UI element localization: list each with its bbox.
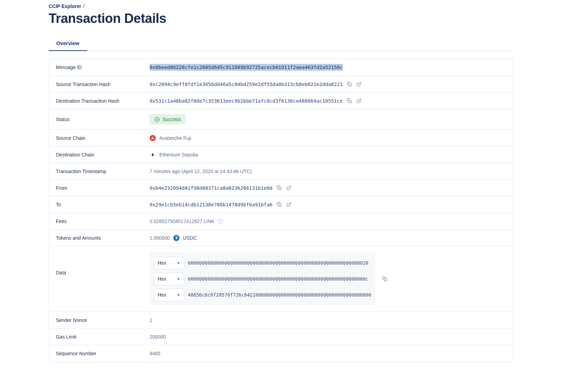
value-dest-tx-hash: 0x531c1a48ba82f8de7c353613eec9b2bbe71afc… xyxy=(150,98,506,104)
breadcrumb-separator: / xyxy=(83,3,85,9)
token-amount: 1.000000 xyxy=(150,235,170,241)
row-message-id: Message ID 0x0beed86228cfe1c2685d645c911… xyxy=(49,59,513,76)
label-message-id: Message ID xyxy=(56,65,150,70)
chevron-down-icon: ▼ xyxy=(177,261,181,265)
data-value-0: 0000000000000000000000000000000000000000… xyxy=(188,260,368,266)
dest-chain-text: Ethereum Sepolia xyxy=(159,152,198,157)
value-to: 0x29e1cb5eb14cdb12138e788b1478d9bf0a91bf… xyxy=(150,202,506,208)
value-nonce: 1 xyxy=(150,317,506,323)
tab-overview[interactable]: Overview xyxy=(49,36,87,51)
row-dest-chain: Destination Chain ♦ Ethereum Sepolia xyxy=(49,146,513,163)
label-status: Status xyxy=(56,117,150,122)
external-link-icon[interactable] xyxy=(356,98,362,104)
value-source-chain: Avalanche Fuji xyxy=(150,135,506,141)
check-circle-icon xyxy=(154,117,160,122)
copy-icon[interactable] xyxy=(276,185,282,191)
data-line-0: Hex ▼ 0000000000000000000000000000000000… xyxy=(154,257,371,269)
data-format-label: Hex xyxy=(158,260,166,266)
label-data: Data xyxy=(56,253,150,275)
data-format-select[interactable]: Hex ▼ xyxy=(154,289,184,301)
value-message-id: 0x0beed86228cfe1c2685d645c911689b92725ac… xyxy=(150,64,506,71)
data-line-2: Hex ▼ 48656c6c6f20576f726c64210000000000… xyxy=(154,289,371,301)
value-from: 0xb4e232094d41f98d88371ca8a8236266131b1e… xyxy=(150,185,506,191)
external-link-icon[interactable] xyxy=(286,202,292,208)
source-chain-text: Avalanche Fuji xyxy=(159,135,191,141)
svg-rect-2 xyxy=(349,100,351,103)
copy-icon[interactable] xyxy=(276,202,282,208)
page-title: Transaction Details xyxy=(49,11,513,26)
row-nonce: Sender Nonce 1 xyxy=(49,312,513,329)
dest-tx-hash-link[interactable]: 0x531c1a48ba82f8de7c353613eec9b2bbe71afc… xyxy=(150,98,343,104)
row-to: To 0x29e1cb5eb14cdb12138e788b1478d9bf0a9… xyxy=(49,196,513,213)
chevron-down-icon: ▼ xyxy=(177,293,181,297)
value-dest-chain: ♦ Ethereum Sepolia xyxy=(150,152,506,158)
data-value-2: 48656c6c6f20576f726c64210000000000000000… xyxy=(188,292,371,298)
status-badge: Success xyxy=(150,114,186,125)
value-status: Success xyxy=(150,114,506,125)
value-fees: 0.028527504517412927 LINK i xyxy=(150,219,506,224)
row-seq: Sequence Number 9485 xyxy=(49,345,513,362)
label-source-tx-hash: Source Transaction Hash xyxy=(56,82,150,87)
svg-rect-9 xyxy=(384,278,387,281)
label-nonce: Sender Nonce xyxy=(56,317,150,323)
info-icon[interactable]: i xyxy=(218,219,223,224)
copy-icon[interactable] xyxy=(381,276,388,282)
row-dest-tx-hash: Destination Transaction Hash 0x531c1a48b… xyxy=(49,93,513,109)
label-dest-chain: Destination Chain xyxy=(56,152,150,157)
message-id-text: 0x0beed86228cfe1c2685d645c911689b92725ac… xyxy=(150,64,343,71)
svg-rect-7 xyxy=(278,204,281,207)
source-tx-hash-link[interactable]: 0xc2094c9eff8fdf1e3656dd40a5c84bd259e2df… xyxy=(150,82,343,87)
avalanche-icon xyxy=(150,135,156,141)
svg-line-1 xyxy=(359,82,361,84)
label-dest-tx-hash: Destination Transaction Hash xyxy=(56,98,150,104)
label-fees: Fees xyxy=(56,219,150,224)
value-seq: 9485 xyxy=(150,351,506,356)
label-to: To xyxy=(56,202,150,207)
copy-icon[interactable] xyxy=(346,98,352,104)
ethereum-icon: ♦ xyxy=(150,152,156,158)
breadcrumb: CCIP Explorer / xyxy=(49,3,513,9)
to-address-link[interactable]: 0x29e1cb5eb14cdb12138e788b1478d9bf0a91bf… xyxy=(150,202,272,207)
copy-icon[interactable] xyxy=(346,81,352,87)
tabs: Overview xyxy=(49,36,513,51)
row-source-tx-hash: Source Transaction Hash 0xc2094c9eff8fdf… xyxy=(49,76,513,93)
data-value-1: 0000000000000000000000000000000000000000… xyxy=(188,276,368,282)
data-format-label: Hex xyxy=(158,292,166,298)
row-tokens: Tokens and Amounts 1.000000 $ USDC xyxy=(49,230,513,246)
value-source-tx-hash: 0xc2094c9eff8fdf1e3656dd40a5c84bd259e2df… xyxy=(150,81,506,87)
data-block: Hex ▼ 0000000000000000000000000000000000… xyxy=(150,253,375,305)
svg-point-4 xyxy=(155,117,159,122)
row-from: From 0xb4e232094d41f98d88371ca8a82362661… xyxy=(49,180,513,196)
row-data: Data Hex ▼ 00000000000000000000000000000… xyxy=(49,246,513,312)
data-line-1: Hex ▼ 0000000000000000000000000000000000… xyxy=(154,273,371,285)
svg-rect-0 xyxy=(349,84,351,86)
chevron-down-icon: ▼ xyxy=(177,277,181,281)
data-format-select[interactable]: Hex ▼ xyxy=(154,257,184,269)
value-tokens: 1.000000 $ USDC xyxy=(150,235,506,241)
row-fees: Fees 0.028527504517412927 LINK i xyxy=(49,213,513,230)
row-timestamp: Transaction Timestamp 7 minutes ago (Apr… xyxy=(49,163,513,180)
svg-rect-5 xyxy=(278,187,281,190)
svg-line-6 xyxy=(288,186,291,188)
label-source-chain: Source Chain xyxy=(56,135,150,141)
data-format-select[interactable]: Hex ▼ xyxy=(154,273,184,285)
status-text: Success xyxy=(162,117,181,122)
value-gas-limit: 200000 xyxy=(150,334,506,340)
svg-line-3 xyxy=(359,99,361,101)
label-gas-limit: Gas Limit xyxy=(56,334,150,340)
label-timestamp: Transaction Timestamp xyxy=(56,169,150,174)
external-link-icon[interactable] xyxy=(286,185,292,191)
external-link-icon[interactable] xyxy=(356,81,362,87)
breadcrumb-root-link[interactable]: CCIP Explorer xyxy=(49,3,81,9)
from-address-link[interactable]: 0xb4e232094d41f98d88371ca8a8236266131b1e… xyxy=(150,185,272,191)
data-format-label: Hex xyxy=(158,276,166,282)
row-gas-limit: Gas Limit 200000 xyxy=(49,329,513,345)
token-symbol[interactable]: USDC xyxy=(183,235,197,241)
row-status: Status Success xyxy=(49,109,513,130)
fees-text: 0.028527504517412927 LINK xyxy=(150,219,215,224)
row-source-chain: Source Chain Avalanche Fuji xyxy=(49,130,513,146)
value-timestamp: 7 minutes ago (April 12, 2024 at 14:43:4… xyxy=(150,169,506,174)
usdc-icon: $ xyxy=(173,235,179,241)
details-card: Message ID 0x0beed86228cfe1c2685d645c911… xyxy=(49,59,513,362)
svg-line-8 xyxy=(288,203,291,205)
